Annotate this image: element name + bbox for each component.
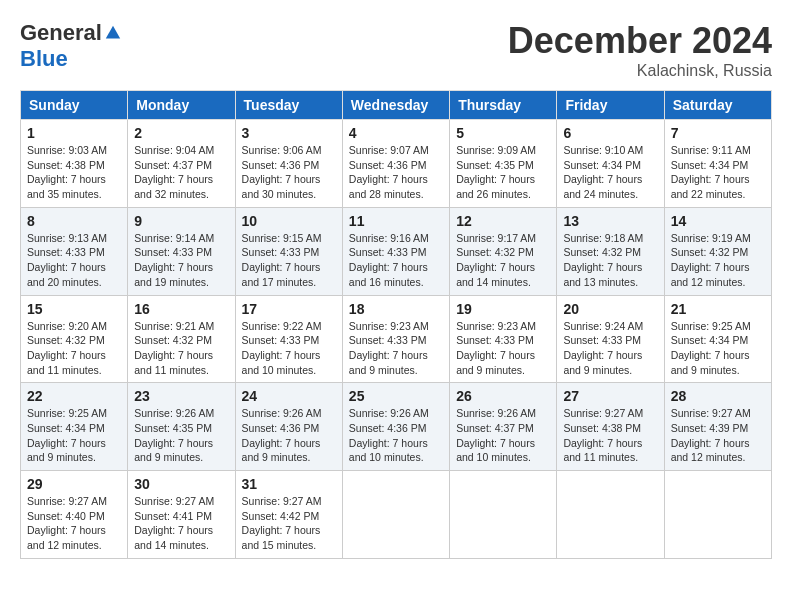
header-sunday: Sunday <box>21 91 128 120</box>
day-info: Sunrise: 9:21 AM Sunset: 4:32 PM Dayligh… <box>134 319 228 378</box>
calendar-cell <box>557 471 664 559</box>
day-number: 16 <box>134 301 228 317</box>
day-number: 8 <box>27 213 121 229</box>
day-info: Sunrise: 9:20 AM Sunset: 4:32 PM Dayligh… <box>27 319 121 378</box>
header-thursday: Thursday <box>450 91 557 120</box>
day-info: Sunrise: 9:14 AM Sunset: 4:33 PM Dayligh… <box>134 231 228 290</box>
calendar-cell: 31Sunrise: 9:27 AM Sunset: 4:42 PM Dayli… <box>235 471 342 559</box>
day-number: 1 <box>27 125 121 141</box>
day-number: 4 <box>349 125 443 141</box>
header-wednesday: Wednesday <box>342 91 449 120</box>
calendar-cell: 22Sunrise: 9:25 AM Sunset: 4:34 PM Dayli… <box>21 383 128 471</box>
day-number: 2 <box>134 125 228 141</box>
day-number: 15 <box>27 301 121 317</box>
calendar-cell: 15Sunrise: 9:20 AM Sunset: 4:32 PM Dayli… <box>21 295 128 383</box>
day-number: 27 <box>563 388 657 404</box>
day-number: 7 <box>671 125 765 141</box>
day-info: Sunrise: 9:27 AM Sunset: 4:42 PM Dayligh… <box>242 494 336 553</box>
day-number: 30 <box>134 476 228 492</box>
day-info: Sunrise: 9:11 AM Sunset: 4:34 PM Dayligh… <box>671 143 765 202</box>
day-info: Sunrise: 9:13 AM Sunset: 4:33 PM Dayligh… <box>27 231 121 290</box>
calendar-cell: 27Sunrise: 9:27 AM Sunset: 4:38 PM Dayli… <box>557 383 664 471</box>
logo: General Blue <box>20 20 122 72</box>
day-number: 13 <box>563 213 657 229</box>
calendar-cell: 24Sunrise: 9:26 AM Sunset: 4:36 PM Dayli… <box>235 383 342 471</box>
calendar-cell <box>450 471 557 559</box>
day-info: Sunrise: 9:26 AM Sunset: 4:37 PM Dayligh… <box>456 406 550 465</box>
logo-icon <box>104 24 122 42</box>
calendar-cell: 20Sunrise: 9:24 AM Sunset: 4:33 PM Dayli… <box>557 295 664 383</box>
page-header: General Blue December 2024 Kalachinsk, R… <box>20 20 772 80</box>
day-info: Sunrise: 9:07 AM Sunset: 4:36 PM Dayligh… <box>349 143 443 202</box>
day-number: 22 <box>27 388 121 404</box>
day-info: Sunrise: 9:26 AM Sunset: 4:35 PM Dayligh… <box>134 406 228 465</box>
day-info: Sunrise: 9:06 AM Sunset: 4:36 PM Dayligh… <box>242 143 336 202</box>
day-number: 3 <box>242 125 336 141</box>
calendar-cell: 17Sunrise: 9:22 AM Sunset: 4:33 PM Dayli… <box>235 295 342 383</box>
calendar-cell: 14Sunrise: 9:19 AM Sunset: 4:32 PM Dayli… <box>664 207 771 295</box>
calendar-cell: 4Sunrise: 9:07 AM Sunset: 4:36 PM Daylig… <box>342 120 449 208</box>
calendar-cell: 26Sunrise: 9:26 AM Sunset: 4:37 PM Dayli… <box>450 383 557 471</box>
day-number: 23 <box>134 388 228 404</box>
day-number: 19 <box>456 301 550 317</box>
calendar-week-row: 8Sunrise: 9:13 AM Sunset: 4:33 PM Daylig… <box>21 207 772 295</box>
day-info: Sunrise: 9:04 AM Sunset: 4:37 PM Dayligh… <box>134 143 228 202</box>
day-info: Sunrise: 9:26 AM Sunset: 4:36 PM Dayligh… <box>349 406 443 465</box>
calendar-week-row: 1Sunrise: 9:03 AM Sunset: 4:38 PM Daylig… <box>21 120 772 208</box>
calendar-cell: 6Sunrise: 9:10 AM Sunset: 4:34 PM Daylig… <box>557 120 664 208</box>
calendar-cell: 11Sunrise: 9:16 AM Sunset: 4:33 PM Dayli… <box>342 207 449 295</box>
header-saturday: Saturday <box>664 91 771 120</box>
day-info: Sunrise: 9:27 AM Sunset: 4:40 PM Dayligh… <box>27 494 121 553</box>
day-number: 6 <box>563 125 657 141</box>
calendar-cell: 25Sunrise: 9:26 AM Sunset: 4:36 PM Dayli… <box>342 383 449 471</box>
calendar-cell: 9Sunrise: 9:14 AM Sunset: 4:33 PM Daylig… <box>128 207 235 295</box>
day-number: 11 <box>349 213 443 229</box>
calendar-header-row: SundayMondayTuesdayWednesdayThursdayFrid… <box>21 91 772 120</box>
day-info: Sunrise: 9:10 AM Sunset: 4:34 PM Dayligh… <box>563 143 657 202</box>
header-friday: Friday <box>557 91 664 120</box>
calendar-cell: 13Sunrise: 9:18 AM Sunset: 4:32 PM Dayli… <box>557 207 664 295</box>
day-info: Sunrise: 9:16 AM Sunset: 4:33 PM Dayligh… <box>349 231 443 290</box>
day-number: 21 <box>671 301 765 317</box>
day-info: Sunrise: 9:24 AM Sunset: 4:33 PM Dayligh… <box>563 319 657 378</box>
day-number: 9 <box>134 213 228 229</box>
calendar-week-row: 29Sunrise: 9:27 AM Sunset: 4:40 PM Dayli… <box>21 471 772 559</box>
day-number: 25 <box>349 388 443 404</box>
logo-general-text: General <box>20 20 102 46</box>
calendar-cell: 30Sunrise: 9:27 AM Sunset: 4:41 PM Dayli… <box>128 471 235 559</box>
calendar-cell: 1Sunrise: 9:03 AM Sunset: 4:38 PM Daylig… <box>21 120 128 208</box>
calendar-cell: 7Sunrise: 9:11 AM Sunset: 4:34 PM Daylig… <box>664 120 771 208</box>
svg-marker-0 <box>106 26 120 39</box>
day-info: Sunrise: 9:27 AM Sunset: 4:41 PM Dayligh… <box>134 494 228 553</box>
calendar-week-row: 22Sunrise: 9:25 AM Sunset: 4:34 PM Dayli… <box>21 383 772 471</box>
day-number: 10 <box>242 213 336 229</box>
day-info: Sunrise: 9:15 AM Sunset: 4:33 PM Dayligh… <box>242 231 336 290</box>
calendar: SundayMondayTuesdayWednesdayThursdayFrid… <box>20 90 772 559</box>
calendar-cell: 8Sunrise: 9:13 AM Sunset: 4:33 PM Daylig… <box>21 207 128 295</box>
day-number: 12 <box>456 213 550 229</box>
day-number: 18 <box>349 301 443 317</box>
location: Kalachinsk, Russia <box>508 62 772 80</box>
title-block: December 2024 Kalachinsk, Russia <box>508 20 772 80</box>
calendar-cell: 19Sunrise: 9:23 AM Sunset: 4:33 PM Dayli… <box>450 295 557 383</box>
day-info: Sunrise: 9:22 AM Sunset: 4:33 PM Dayligh… <box>242 319 336 378</box>
month-title: December 2024 <box>508 20 772 62</box>
day-number: 29 <box>27 476 121 492</box>
day-number: 14 <box>671 213 765 229</box>
calendar-cell: 16Sunrise: 9:21 AM Sunset: 4:32 PM Dayli… <box>128 295 235 383</box>
calendar-cell: 18Sunrise: 9:23 AM Sunset: 4:33 PM Dayli… <box>342 295 449 383</box>
calendar-week-row: 15Sunrise: 9:20 AM Sunset: 4:32 PM Dayli… <box>21 295 772 383</box>
day-number: 31 <box>242 476 336 492</box>
calendar-cell <box>664 471 771 559</box>
day-info: Sunrise: 9:03 AM Sunset: 4:38 PM Dayligh… <box>27 143 121 202</box>
day-number: 26 <box>456 388 550 404</box>
calendar-cell: 3Sunrise: 9:06 AM Sunset: 4:36 PM Daylig… <box>235 120 342 208</box>
day-info: Sunrise: 9:23 AM Sunset: 4:33 PM Dayligh… <box>456 319 550 378</box>
day-info: Sunrise: 9:26 AM Sunset: 4:36 PM Dayligh… <box>242 406 336 465</box>
day-number: 17 <box>242 301 336 317</box>
calendar-cell: 21Sunrise: 9:25 AM Sunset: 4:34 PM Dayli… <box>664 295 771 383</box>
day-number: 20 <box>563 301 657 317</box>
header-tuesday: Tuesday <box>235 91 342 120</box>
day-info: Sunrise: 9:18 AM Sunset: 4:32 PM Dayligh… <box>563 231 657 290</box>
calendar-cell: 10Sunrise: 9:15 AM Sunset: 4:33 PM Dayli… <box>235 207 342 295</box>
